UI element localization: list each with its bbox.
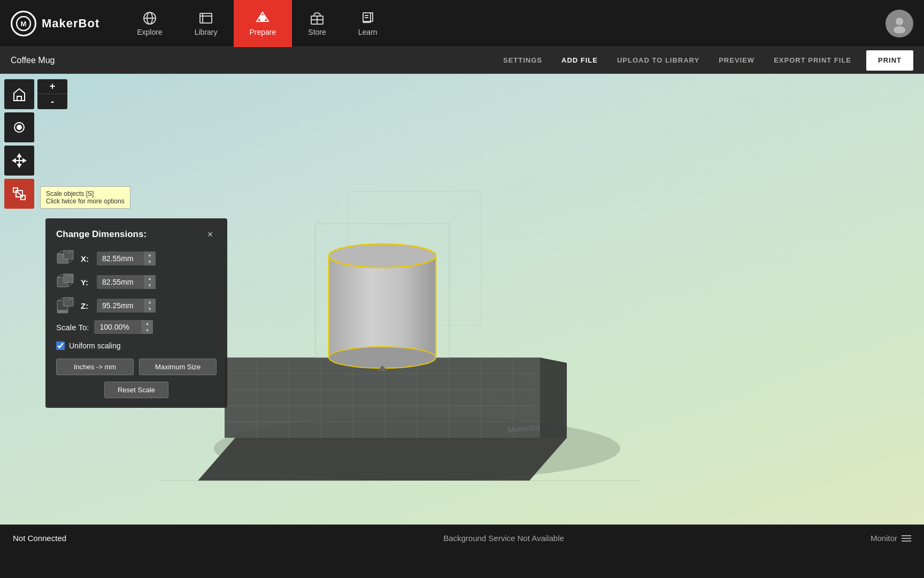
toolbar: Coffee Mug SETTINGS ADD FILE UPLOAD TO L… <box>0 47 924 74</box>
svg-marker-58 <box>13 159 16 162</box>
action-buttons-row: Inches -> mm Maximum Size <box>56 359 217 375</box>
svg-line-68 <box>68 259 73 263</box>
svg-marker-56 <box>18 154 21 157</box>
uniform-scaling-row: Uniform scaling <box>56 341 217 350</box>
svg-rect-65 <box>64 250 73 259</box>
svg-line-43 <box>449 325 481 358</box>
reset-scale-button[interactable]: Reset Scale <box>104 382 168 398</box>
svg-line-77 <box>57 298 64 301</box>
svg-rect-75 <box>64 298 73 306</box>
y-axis-icon <box>56 273 74 291</box>
settings-button[interactable]: SETTINGS <box>494 47 552 74</box>
x-label: X: <box>81 254 91 263</box>
logo-icon: M <box>11 11 36 36</box>
svg-marker-21 <box>198 438 567 481</box>
z-spin-up[interactable]: ▲ <box>144 299 156 306</box>
zoom-in-button[interactable]: + <box>37 79 67 94</box>
svg-line-73 <box>68 283 73 287</box>
y-spinner: ▲ ▼ <box>144 275 156 289</box>
print-button[interactable]: PRINT <box>866 50 913 71</box>
nav-prepare[interactable]: Prepare <box>234 0 292 47</box>
svg-marker-23 <box>540 358 567 438</box>
export-button[interactable]: EXPORT PRINT FILE <box>764 47 861 74</box>
view-toggle-button[interactable] <box>4 112 34 142</box>
scale-tooltip: Scale objects [S] Click twice for more o… <box>40 186 130 209</box>
z-axis-icon <box>56 296 74 315</box>
svg-rect-44 <box>329 256 436 358</box>
status-bar: Not Connected Background Service Not Ava… <box>0 524 924 551</box>
move-button[interactable] <box>4 146 34 176</box>
x-spin-up[interactable]: ▲ <box>144 252 156 258</box>
reset-row: Reset Scale <box>56 382 217 398</box>
y-spin-down[interactable]: ▼ <box>144 282 156 289</box>
preview-button[interactable]: PREVIEW <box>709 47 764 74</box>
left-sidebar: + - <box>0 74 72 214</box>
y-label: Y: <box>81 278 91 287</box>
home-button[interactable] <box>4 79 34 109</box>
x-input-wrap: ▲ ▼ <box>97 252 156 265</box>
nav-learn[interactable]: Learn <box>342 0 394 47</box>
y-spin-up[interactable]: ▲ <box>144 275 156 282</box>
z-spin-down[interactable]: ▼ <box>144 306 156 313</box>
svg-line-41 <box>449 192 481 224</box>
svg-line-63 <box>18 192 21 195</box>
z-spinner: ▲ ▼ <box>144 299 156 313</box>
x-dimension-row: X: ▲ ▼ <box>56 249 217 268</box>
scale-spinner: ▲ ▼ <box>141 320 153 334</box>
x-spinner: ▲ ▼ <box>144 252 156 265</box>
y-input-wrap: ▲ ▼ <box>97 275 156 289</box>
scale-label: Scale To: <box>56 323 89 332</box>
nav-library[interactable]: Library <box>179 0 234 47</box>
panel-close-button[interactable]: × <box>204 228 217 241</box>
status-service: Background Service Not Available <box>150 534 858 543</box>
maximum-size-button[interactable]: Maximum Size <box>139 359 217 375</box>
svg-point-18 <box>896 18 903 25</box>
nav-items: Explore Library Prepare <box>121 0 886 47</box>
uniform-scaling-checkbox[interactable] <box>56 341 65 350</box>
z-dimension-row: Z: ▲ ▼ <box>56 296 217 315</box>
svg-point-45 <box>329 244 436 268</box>
panel-header: Change Dimensions: × <box>56 228 217 241</box>
scale-input-wrap: ▲ ▼ <box>94 320 153 334</box>
dimensions-panel: Change Dimensions: × X: ▲ ▼ <box>45 218 227 408</box>
scale-spin-up[interactable]: ▲ <box>141 320 153 327</box>
svg-rect-76 <box>57 310 68 313</box>
top-navigation: M MakerBot Explore Library <box>0 0 924 47</box>
svg-line-71 <box>57 274 64 277</box>
logo-area[interactable]: M MakerBot <box>11 11 99 36</box>
logo-text: MakerBot <box>42 17 99 31</box>
upload-library-button[interactable]: UPLOAD TO LIBRARY <box>607 47 709 74</box>
y-dimension-row: Y: ▲ ▼ <box>56 273 217 291</box>
panel-title: Change Dimensions: <box>56 229 147 240</box>
scale-button[interactable] <box>4 179 34 209</box>
nav-explore[interactable]: Explore <box>121 0 178 47</box>
z-input-wrap: ▲ ▼ <box>97 299 156 313</box>
user-avatar[interactable] <box>886 10 913 37</box>
main-viewport: MakerBot <box>0 74 924 551</box>
nav-store[interactable]: Store <box>292 0 342 47</box>
status-monitor[interactable]: Monitor <box>858 534 924 543</box>
project-title: Coffee Mug <box>11 56 55 65</box>
svg-marker-57 <box>18 164 21 167</box>
home-zoom-group: + - <box>4 79 67 109</box>
svg-rect-70 <box>64 274 73 283</box>
svg-text:M: M <box>21 20 27 28</box>
uniform-scaling-label[interactable]: Uniform scaling <box>69 341 120 350</box>
zoom-out-button[interactable]: - <box>37 94 67 109</box>
svg-point-9 <box>260 16 265 21</box>
monitor-icon <box>902 535 911 542</box>
svg-point-53 <box>17 125 21 130</box>
svg-marker-59 <box>23 159 26 162</box>
scale-to-row: Scale To: ▲ ▼ <box>56 320 217 334</box>
status-connection: Not Connected <box>0 534 150 543</box>
x-spin-down[interactable]: ▼ <box>144 258 156 265</box>
add-file-button[interactable]: ADD FILE <box>552 47 607 74</box>
scale-spin-down[interactable]: ▼ <box>141 327 153 334</box>
x-axis-icon <box>56 249 74 268</box>
inches-mm-button[interactable]: Inches -> mm <box>56 359 134 375</box>
svg-line-40 <box>315 192 348 224</box>
svg-line-66 <box>57 250 64 254</box>
svg-point-46 <box>329 347 436 368</box>
svg-rect-5 <box>200 13 212 23</box>
z-label: Z: <box>81 301 91 310</box>
